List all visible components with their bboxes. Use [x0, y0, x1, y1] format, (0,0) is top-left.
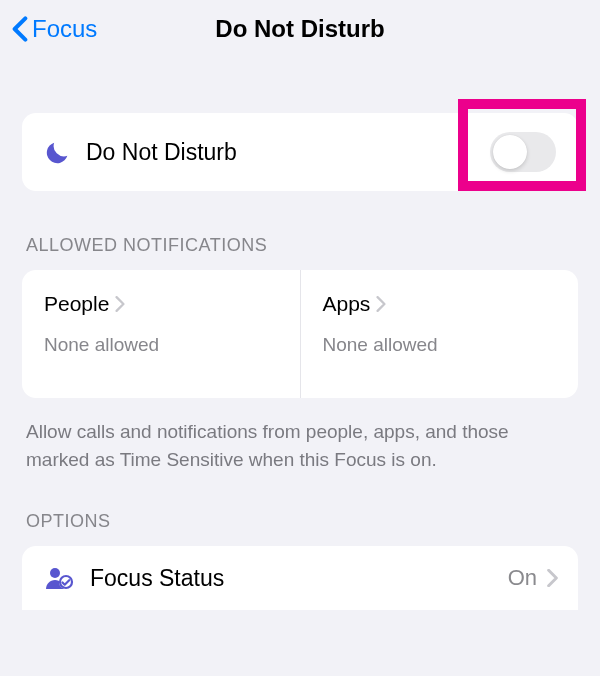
focus-status-label: Focus Status [90, 565, 224, 592]
chevron-right-icon [376, 296, 386, 312]
svg-point-0 [50, 568, 60, 578]
allowed-notifications-group: People None allowed Apps None allowed [22, 270, 578, 398]
people-cell[interactable]: People None allowed [22, 270, 301, 398]
chevron-right-icon [115, 296, 125, 312]
focus-status-value: On [508, 565, 537, 591]
allowed-notifications-header: ALLOWED NOTIFICATIONS [26, 235, 578, 256]
people-subtitle: None allowed [44, 334, 278, 356]
allowed-footer-text: Allow calls and notifications from peopl… [26, 418, 574, 473]
do-not-disturb-row: Do Not Disturb [22, 113, 578, 191]
apps-cell[interactable]: Apps None allowed [301, 270, 579, 398]
focus-status-row[interactable]: Focus Status On [22, 546, 578, 610]
chevron-right-icon [547, 569, 558, 587]
do-not-disturb-label: Do Not Disturb [86, 139, 237, 166]
back-button[interactable]: Focus [12, 15, 97, 43]
apps-subtitle: None allowed [323, 334, 557, 356]
options-header: OPTIONS [26, 511, 578, 532]
moon-icon [44, 138, 72, 166]
people-title: People [44, 292, 109, 316]
do-not-disturb-toggle[interactable] [490, 132, 556, 172]
back-label: Focus [32, 15, 97, 43]
apps-title: Apps [323, 292, 371, 316]
page-title: Do Not Disturb [215, 15, 384, 43]
chevron-left-icon [12, 15, 28, 43]
focus-status-icon [44, 563, 74, 593]
